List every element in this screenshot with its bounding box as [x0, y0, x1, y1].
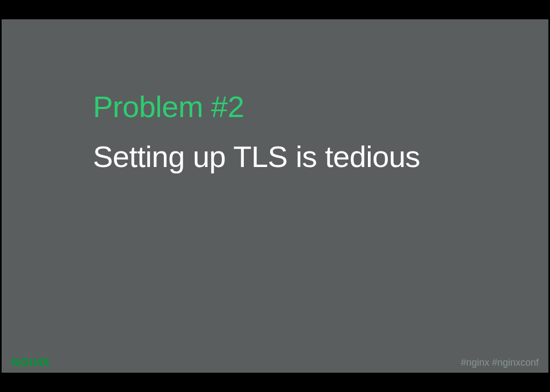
slide-footer: NGINX #nginx #nginxconf [2, 351, 548, 373]
slide: Problem #2 Setting up TLS is tedious NGI… [2, 19, 548, 373]
slide-subheading: Setting up TLS is tedious [93, 139, 548, 174]
slide-content: Problem #2 Setting up TLS is tedious [2, 19, 548, 373]
footer-hashtags: #nginx #nginxconf [461, 357, 539, 368]
slide-heading: Problem #2 [93, 89, 548, 124]
nginx-logo: NGINX [11, 357, 50, 368]
